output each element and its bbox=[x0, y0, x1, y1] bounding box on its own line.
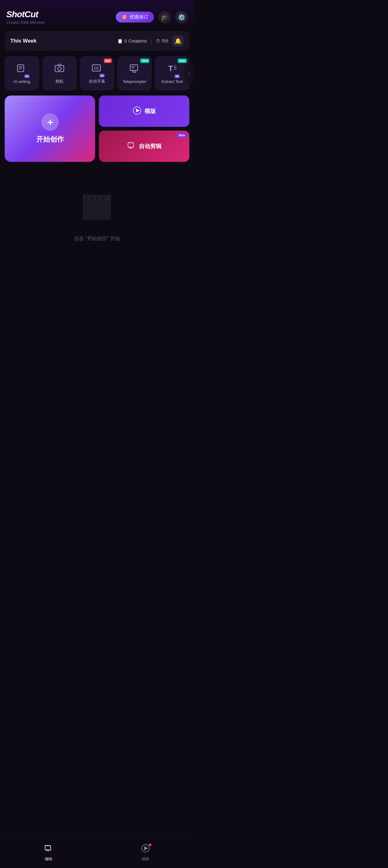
template-label: 模版 bbox=[144, 107, 156, 115]
empty-text: 点击 "开始创作" 开始 bbox=[74, 236, 120, 242]
teleprompter-icon bbox=[129, 63, 140, 77]
camera-label: 相机 bbox=[55, 79, 64, 84]
logo-subtitle: Creator Elite Member bbox=[6, 20, 45, 25]
tool-auto-caption[interactable]: Hot CC AI 自动字幕 bbox=[80, 56, 114, 91]
clapperboard-icon bbox=[78, 187, 116, 230]
ai-badge: AI bbox=[24, 74, 29, 78]
template-icon bbox=[133, 106, 141, 117]
svg-marker-19 bbox=[136, 108, 139, 113]
tool-teleprompter[interactable]: New Teleprompter bbox=[117, 56, 152, 91]
tool-camera[interactable]: 相机 bbox=[42, 56, 77, 91]
settings-button[interactable]: ⚙️ bbox=[175, 11, 188, 24]
stats-divider: | bbox=[151, 38, 152, 44]
creations-icon: 📋 bbox=[117, 38, 123, 43]
logo-shot: Shot bbox=[6, 9, 24, 19]
ai-writing-icon: AI bbox=[16, 63, 28, 77]
logo-area: ShotCut Creator Elite Member bbox=[6, 9, 45, 25]
stats-right: 📋 0 Creations | ⏱ 0分 🔔 bbox=[117, 35, 184, 46]
svg-rect-20 bbox=[128, 143, 134, 147]
ai-writing-label: AI writing bbox=[13, 79, 30, 84]
bell-icon: 🔔 bbox=[174, 38, 182, 44]
svg-text:T: T bbox=[168, 64, 173, 73]
empty-state: 点击 "开始创作" 开始 bbox=[0, 168, 194, 261]
logo: ShotCut bbox=[6, 9, 45, 20]
notification-bell-button[interactable]: 🔔 bbox=[172, 35, 184, 46]
renew-label: 优惠续订 bbox=[130, 14, 148, 20]
tools-wrapper: AI AI writing 相机 Hot bbox=[0, 56, 194, 91]
header: ShotCut Creator Elite Member 🎯 优惠续订 🎓 ⚙️ bbox=[0, 0, 194, 31]
hot-badge: Hot bbox=[104, 59, 112, 63]
logo-cut: Cut bbox=[24, 9, 38, 19]
extract-text-label: Extract Text bbox=[161, 79, 183, 84]
auto-caption-icon: CC AI bbox=[91, 62, 103, 76]
creations-label: Creations bbox=[128, 38, 147, 43]
tool-extract-text[interactable]: New T AI Extract Text bbox=[155, 56, 189, 91]
new-badge-teleprompter: New bbox=[140, 59, 149, 63]
plus-icon: ＋ bbox=[45, 116, 55, 129]
auto-edit-button[interactable]: Beta 自动剪辑 bbox=[99, 131, 189, 162]
svg-text:CC: CC bbox=[94, 66, 99, 70]
renew-icon: 🎯 bbox=[121, 14, 128, 20]
action-grid: ＋ 开始创作 模版 Beta bbox=[5, 95, 189, 162]
new-badge-extract: New bbox=[178, 59, 187, 63]
ai-badge-extract: AI bbox=[174, 74, 180, 78]
renew-button[interactable]: 🎯 优惠续订 bbox=[116, 11, 154, 23]
header-right: 🎯 优惠续订 🎓 ⚙️ bbox=[116, 11, 188, 24]
scroll-hint: › bbox=[185, 64, 194, 83]
score-value: 0分 bbox=[162, 38, 169, 44]
period-label: This Week bbox=[10, 38, 37, 44]
plus-circle-icon: ＋ bbox=[41, 113, 59, 131]
tools-scroll: AI AI writing 相机 Hot bbox=[0, 56, 194, 91]
creations-stat: 📋 0 Creations bbox=[117, 38, 147, 43]
start-create-label: 开始创作 bbox=[36, 135, 64, 144]
graduation-cap-icon: 🎓 bbox=[161, 13, 169, 21]
template-button[interactable]: 模版 bbox=[99, 95, 189, 127]
tool-ai-writing[interactable]: AI AI writing bbox=[5, 56, 39, 91]
creations-count: 0 bbox=[124, 38, 127, 43]
settings-icon: ⚙️ bbox=[178, 13, 186, 21]
auto-edit-label: 自动剪辑 bbox=[139, 143, 161, 150]
score-icon: ⏱ bbox=[156, 38, 160, 43]
extract-text-icon: T AI bbox=[166, 63, 178, 77]
score-stat: ⏱ 0分 bbox=[156, 38, 169, 44]
svg-rect-8 bbox=[130, 65, 138, 70]
auto-caption-label: 自动字幕 bbox=[89, 79, 105, 84]
svg-point-5 bbox=[58, 67, 61, 70]
ai-badge-caption: AI bbox=[99, 74, 104, 78]
svg-rect-0 bbox=[18, 65, 24, 72]
svg-rect-26 bbox=[83, 199, 111, 220]
camera-icon bbox=[54, 62, 65, 76]
stats-bar: This Week 📋 0 Creations | ⏱ 0分 🔔 bbox=[5, 31, 189, 51]
graduation-cap-button[interactable]: 🎓 bbox=[158, 11, 171, 24]
auto-edit-icon bbox=[127, 141, 136, 152]
teleprompter-label: Teleprompter bbox=[123, 79, 147, 84]
beta-badge: Beta bbox=[177, 133, 187, 137]
start-create-button[interactable]: ＋ 开始创作 bbox=[5, 95, 95, 162]
